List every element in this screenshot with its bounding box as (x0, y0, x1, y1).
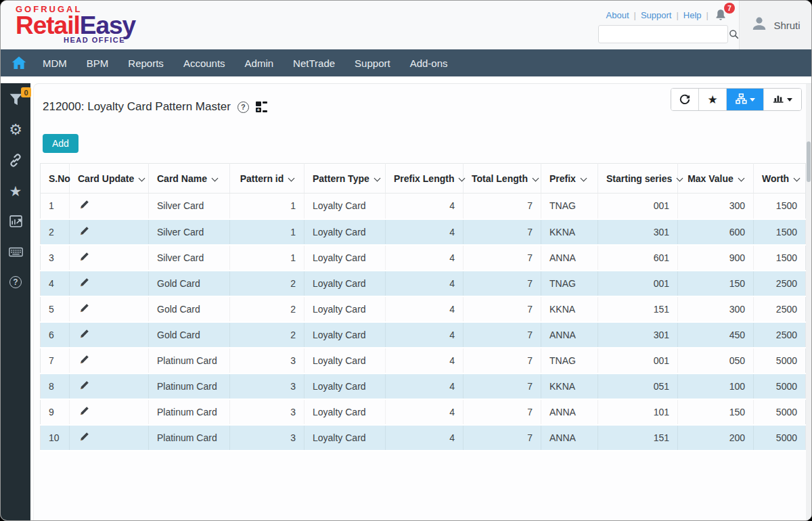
cell-pattern_id: 2 (230, 296, 304, 322)
cell-prefix: KKNA (541, 373, 598, 399)
sort-chevron-icon (211, 175, 218, 181)
column-header-starting_series[interactable]: Starting series (598, 164, 678, 194)
keyboard-icon[interactable] (7, 244, 24, 260)
nav-item-mdm[interactable]: MDM (43, 58, 67, 69)
link-icon[interactable] (7, 152, 24, 168)
cell-sno: 2 (41, 219, 70, 245)
cell-max_value: 600 (678, 219, 754, 245)
table-row: 2Silver Card1Loyalty Card47KKNA301600150… (41, 219, 806, 245)
cell-max_value: 200 (678, 425, 754, 451)
vertical-scrollbar[interactable] (806, 84, 811, 521)
nav-item-reports[interactable]: Reports (128, 58, 164, 69)
column-label: S.No (49, 173, 70, 184)
scrollbar-thumb[interactable] (807, 141, 811, 182)
left-sidebar: 0 ⚙ ★ ? (1, 83, 30, 521)
product-name: RetailEasy (16, 13, 135, 38)
cell-pattern_type: Loyalty Card (304, 296, 386, 322)
cell-total_length: 7 (464, 245, 541, 271)
cell-prefix: KKNA (541, 219, 598, 245)
column-header-prefix_length[interactable]: Prefix Length (386, 164, 464, 194)
cell-starting_series: 301 (598, 219, 678, 245)
hierarchy-view-button[interactable] (727, 89, 764, 110)
cell-worth: 1500 (754, 194, 806, 219)
column-header-prefix[interactable]: Prefix (541, 164, 598, 194)
main-area: 0 ⚙ ★ ? ★ (1, 76, 811, 521)
search-box[interactable] (598, 25, 728, 43)
cell-prefix: ANNA (541, 245, 598, 271)
column-header-sno: S.No (41, 164, 70, 194)
cell-pattern_id: 2 (230, 271, 304, 296)
nav-item-nettrade[interactable]: NetTrade (293, 58, 335, 69)
title-help-icon[interactable]: ? (238, 101, 249, 113)
edit-row-button[interactable] (78, 276, 91, 291)
edit-row-button[interactable] (78, 430, 91, 445)
cell-pattern_id: 1 (230, 219, 304, 245)
header-link-about[interactable]: About (606, 10, 629, 20)
pencil-icon (79, 432, 89, 444)
cell-pattern_id: 3 (230, 348, 304, 373)
column-label: Worth (762, 173, 789, 184)
table-row: 6Gold Card2Loyalty Card47ANNA3014502500 (41, 322, 806, 348)
cell-total_length: 7 (464, 296, 541, 322)
cell-card_update (70, 322, 149, 348)
nav-item-accounts[interactable]: Accounts (183, 58, 225, 69)
edit-row-button[interactable] (78, 302, 91, 317)
cell-card_name: Silver Card (149, 194, 230, 219)
edit-row-button[interactable] (78, 405, 91, 420)
loyalty-card-table: S.NoCard UpdateCard NamePattern idPatter… (40, 163, 806, 451)
cell-prefix_length: 4 (386, 373, 464, 399)
add-button[interactable]: Add (43, 134, 78, 153)
star-icon[interactable]: ★ (7, 183, 24, 199)
column-header-card_name[interactable]: Card Name (149, 164, 230, 194)
column-header-pattern_type[interactable]: Pattern Type (304, 164, 386, 194)
sort-chevron-icon (139, 175, 145, 181)
cell-worth: 2500 (754, 296, 806, 322)
favorite-button[interactable]: ★ (699, 89, 727, 110)
nav-item-add-ons[interactable]: Add-ons (410, 58, 448, 69)
edit-row-button[interactable] (78, 225, 91, 240)
search-input[interactable] (599, 26, 729, 43)
edit-row-button[interactable] (78, 353, 91, 368)
nav-item-admin[interactable]: Admin (245, 58, 274, 69)
title-grid-icon[interactable] (256, 101, 267, 112)
user-panel[interactable]: Shruti (739, 1, 811, 49)
filter-icon[interactable]: 0 (7, 91, 24, 108)
refresh-button[interactable] (671, 89, 699, 110)
cell-prefix: TNAG (541, 348, 598, 373)
cell-worth: 2500 (754, 271, 806, 296)
cell-card_name: Platinum Card (149, 425, 230, 451)
cell-card_update (70, 425, 149, 451)
cell-worth: 1500 (754, 219, 806, 245)
cell-starting_series: 001 (598, 348, 678, 373)
home-icon[interactable] (9, 56, 29, 70)
chart-view-button[interactable] (764, 89, 801, 110)
notification-bell-icon[interactable]: 7 (715, 9, 728, 21)
column-header-card_update[interactable]: Card Update (70, 164, 149, 194)
column-header-worth[interactable]: Worth (754, 164, 806, 194)
table-row: 9Platinum Card3Loyalty Card47ANNA1011505… (41, 399, 806, 425)
column-header-total_length[interactable]: Total Length (464, 164, 541, 194)
notification-count-badge: 7 (724, 3, 735, 14)
link-separator: | (634, 10, 636, 20)
column-header-pattern_id[interactable]: Pattern id (230, 164, 304, 194)
gear-icon[interactable]: ⚙ (7, 122, 24, 138)
nav-item-support[interactable]: Support (355, 58, 390, 69)
cell-total_length: 7 (464, 194, 541, 219)
header-link-support[interactable]: Support (641, 10, 672, 20)
edit-row-button[interactable] (78, 198, 91, 213)
nav-item-bpm[interactable]: BPM (87, 58, 109, 69)
sidebar-help-icon[interactable]: ? (7, 274, 24, 290)
cell-prefix_length: 4 (386, 271, 464, 296)
sort-chevron-icon (677, 175, 683, 181)
edit-row-button[interactable] (78, 327, 91, 342)
sort-chevron-icon (459, 175, 466, 181)
cell-max_value: 450 (678, 322, 754, 348)
edit-row-button[interactable] (78, 379, 91, 394)
column-header-max_value[interactable]: Max Value (678, 164, 754, 194)
sort-chevron-icon (374, 175, 380, 181)
edit-row-button[interactable] (78, 250, 91, 265)
header-link-help[interactable]: Help (683, 10, 702, 20)
report-icon[interactable] (7, 213, 24, 229)
pencil-icon (79, 303, 89, 315)
column-label: Prefix (549, 173, 576, 184)
